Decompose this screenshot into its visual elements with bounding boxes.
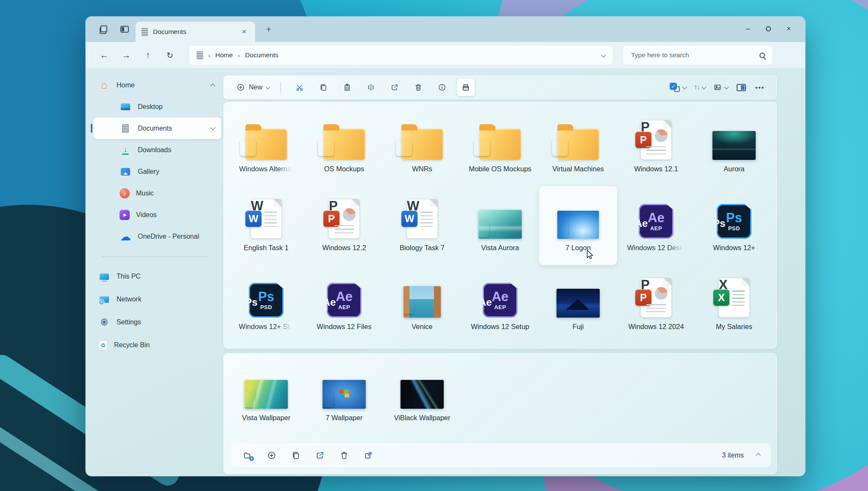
app-badge [240, 140, 256, 156]
file-item[interactable]: W W Biology Task 7 [383, 186, 461, 265]
file-icon-art [401, 380, 444, 409]
new-folder-button[interactable]: + [242, 450, 253, 461]
adobe-extension: AEP [338, 304, 350, 310]
file-item[interactable]: Vista Aurora [461, 186, 539, 265]
file-item[interactable]: W W English Task 1 [227, 186, 305, 265]
paste-button[interactable] [338, 78, 356, 96]
file-item[interactable]: Ps Ps PSD Windows 12+ [695, 186, 773, 265]
collapse-caret-icon[interactable] [756, 453, 760, 458]
item-count: 3 items [722, 452, 744, 459]
sidebar-item[interactable]: Downloads [93, 139, 221, 161]
sidebar-item-caret-icon[interactable] [210, 84, 215, 88]
file-item[interactable]: Ae Ae AEP Windows 12 Files [305, 265, 383, 344]
open-external-button[interactable] [363, 450, 374, 461]
sort-button[interactable]: ↑↓ [694, 83, 706, 92]
sidebar-item-caret-icon[interactable] [210, 125, 215, 130]
app-badge: W [401, 211, 417, 227]
file-item[interactable]: Vista Wallpaper [227, 356, 305, 435]
file-item[interactable]: P P Windows 12.2 [305, 186, 383, 265]
file-item[interactable]: WNRs [383, 107, 461, 186]
sidebar-item[interactable]: OneDrive - Personal [93, 226, 221, 247]
file-item[interactable]: Ae Ae AEP Windows 12 Deskt [617, 186, 695, 265]
file-item[interactable]: P P Windows 12 2024 [617, 265, 695, 344]
file-name: My Salaries [716, 323, 752, 331]
file-item[interactable]: 7 Logon [539, 186, 617, 265]
file-item[interactable]: Fuji [539, 265, 617, 344]
sidebar-item-label: Network [117, 296, 142, 303]
file-icon-art [479, 128, 521, 160]
sidebar-item[interactable]: Desktop [93, 96, 221, 117]
archive-button[interactable] [457, 78, 475, 96]
file-name: Windows 12 Files [317, 323, 371, 331]
back-button[interactable]: ← [98, 49, 110, 61]
add-button[interactable] [266, 450, 277, 461]
file-item[interactable]: Mobile OS Mockups [461, 107, 539, 186]
sidebar-toggle-icon[interactable] [119, 23, 131, 35]
image-thumbnail [401, 362, 444, 409]
sidebar-item[interactable]: Home [93, 74, 221, 96]
copy-button-status[interactable] [290, 450, 301, 461]
more-options-button[interactable]: ••• [753, 78, 767, 96]
adobe-extension: AEP [494, 304, 506, 310]
up-button[interactable]: ↑ [142, 49, 154, 61]
file-icon-art [479, 210, 522, 239]
sidebar-item[interactable]: Documents [93, 117, 221, 139]
cut-button[interactable] [291, 78, 309, 96]
file-item[interactable]: OS Mockups [305, 107, 383, 186]
file-name: Windows Alternat [239, 165, 293, 173]
delete-button[interactable] [409, 78, 427, 96]
file-icon-art [401, 128, 443, 160]
sidebar-item[interactable]: Music [93, 182, 221, 204]
sidebar-item-label: This PC [117, 273, 141, 280]
sidebar-item[interactable]: Videos [93, 204, 221, 226]
info-button[interactable] [433, 78, 451, 96]
file-item[interactable]: Venice [383, 265, 461, 344]
file-item[interactable]: ViBlack Wallpaper [383, 356, 461, 435]
delete-button-status[interactable] [339, 450, 350, 461]
rename-button[interactable] [362, 78, 380, 96]
share-button[interactable] [386, 78, 403, 96]
sidebar-item[interactable]: Gallery [93, 161, 221, 182]
file-item[interactable]: Aurora [695, 107, 773, 186]
sidebar-item[interactable]: This PC [93, 265, 221, 288]
image-view-icon [713, 83, 722, 92]
file-icon-art: P P [640, 278, 672, 318]
rename-icon [367, 83, 375, 92]
folder-icon [479, 113, 521, 160]
refresh-button[interactable]: ↻ [164, 49, 176, 61]
adobe-glyph: Ps [726, 211, 742, 225]
share-button-status[interactable] [314, 450, 326, 461]
file-item[interactable]: P P Windows 12.1 [617, 107, 695, 186]
file-name: Windows 12 Setup [471, 323, 529, 331]
file-icon-art [557, 211, 599, 239]
copy-button[interactable] [314, 78, 332, 96]
videos-icon [120, 210, 130, 220]
powerpoint-file-icon: P P [640, 113, 672, 160]
view-button[interactable] [713, 83, 728, 92]
file-name: Mobile OS Mockups [469, 165, 531, 173]
forward-button[interactable]: → [120, 49, 132, 61]
sidebar-item[interactable]: Recycle Bin [93, 334, 221, 357]
file-icon-art: Ae Ae AEP [639, 204, 673, 239]
stacked-windows-glyph [100, 25, 107, 33]
sort-dropdown-caret-icon [701, 84, 706, 89]
folder-icon [245, 113, 287, 160]
file-item[interactable]: X X My Salaries [695, 265, 773, 344]
close-button[interactable]: × [783, 23, 794, 34]
file-item[interactable]: Ps Ps PSD Windows 12+ Sta [227, 265, 305, 344]
sidebar-item[interactable]: Settings [93, 311, 221, 334]
file-icon-art: W W [250, 199, 282, 239]
file-icon-art [403, 286, 441, 318]
new-button[interactable]: New [232, 81, 274, 94]
select-button[interactable] [670, 83, 686, 92]
file-item[interactable]: Virtual Machines [539, 107, 617, 186]
sidebar-item-label: Desktop [138, 103, 163, 111]
sidebar-item[interactable]: Network [93, 288, 221, 311]
stacked-windows-icon[interactable] [97, 23, 109, 35]
word-file-icon: W W [406, 192, 438, 239]
image-thumbnail [245, 362, 288, 409]
file-item[interactable]: 7 Wallpaper [305, 356, 383, 435]
details-pane-button[interactable] [734, 78, 748, 96]
file-item[interactable]: Windows Alternat [227, 107, 305, 186]
file-item[interactable]: Ae Ae AEP Windows 12 Setup [461, 265, 539, 344]
